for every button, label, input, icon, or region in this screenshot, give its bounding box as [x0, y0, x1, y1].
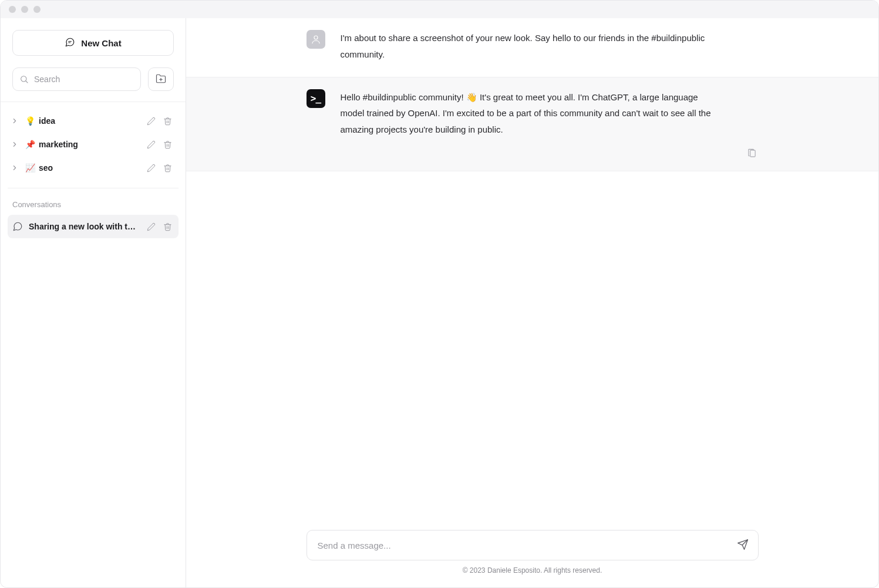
delete-folder-button[interactable]	[161, 138, 174, 151]
edit-conversation-button[interactable]	[144, 220, 157, 233]
chat-thread: I'm about to share a screenshot of your …	[186, 18, 878, 530]
edit-folder-button[interactable]	[144, 161, 157, 174]
composer-area: © 2023 Daniele Esposito. All rights rese…	[186, 530, 878, 587]
delete-folder-button[interactable]	[161, 161, 174, 174]
chat-bubble-icon	[65, 37, 75, 49]
svg-line-3	[26, 81, 28, 83]
bot-avatar: >_	[307, 89, 325, 108]
copy-message-button[interactable]	[746, 147, 759, 160]
send-button[interactable]	[733, 535, 753, 555]
folder-item-seo[interactable]: 📈 seo	[8, 156, 179, 180]
chevron-right-icon	[12, 119, 21, 123]
folder-emoji: 📈	[25, 163, 35, 173]
assistant-message-text: Hello #buildinpublic community! 👋 It's g…	[341, 89, 716, 138]
edit-folder-button[interactable]	[144, 138, 157, 151]
folder-item-marketing[interactable]: 📌 marketing	[8, 133, 179, 156]
folder-item-idea[interactable]: 💡 idea	[8, 109, 179, 133]
chevron-right-icon	[12, 142, 21, 147]
main-panel: I'm about to share a screenshot of your …	[186, 18, 878, 587]
user-avatar	[307, 30, 325, 49]
message-input[interactable]	[307, 530, 759, 560]
delete-folder-button[interactable]	[161, 114, 174, 127]
user-message: I'm about to share a screenshot of your …	[186, 18, 878, 77]
folder-plus-icon	[156, 73, 166, 86]
folder-list: 💡 idea 📌 marketing	[1, 102, 186, 180]
delete-conversation-button[interactable]	[161, 220, 174, 233]
footer-text: © 2023 Daniele Esposito. All rights rese…	[186, 560, 878, 583]
window-minimize-dot[interactable]	[21, 6, 28, 13]
chevron-right-icon	[12, 165, 21, 170]
user-message-text: I'm about to share a screenshot of your …	[341, 30, 716, 63]
conversation-item[interactable]: Sharing a new look with th...	[8, 215, 179, 238]
folder-label: marketing	[39, 140, 141, 149]
svg-point-6	[314, 36, 318, 39]
window-zoom-dot[interactable]	[33, 6, 41, 13]
conversations-heading: Conversations	[1, 188, 186, 215]
chat-bubble-icon	[12, 221, 23, 232]
folder-emoji: 💡	[25, 116, 35, 126]
conversation-title: Sharing a new look with th...	[29, 222, 139, 231]
svg-rect-7	[750, 150, 756, 157]
folder-label: seo	[39, 163, 141, 173]
app-window: New Chat	[0, 0, 879, 588]
new-chat-button[interactable]: New Chat	[12, 30, 174, 56]
edit-folder-button[interactable]	[144, 114, 157, 127]
sidebar: New Chat	[1, 18, 186, 587]
send-icon	[737, 539, 749, 552]
search-field[interactable]	[12, 67, 141, 91]
window-close-dot[interactable]	[9, 6, 16, 13]
svg-point-2	[21, 76, 26, 82]
folder-emoji: 📌	[25, 140, 35, 149]
new-chat-label: New Chat	[81, 38, 121, 48]
new-folder-button[interactable]	[148, 67, 174, 91]
titlebar	[1, 1, 878, 18]
folder-label: idea	[39, 116, 141, 126]
assistant-message: >_ Hello #buildinpublic community! 👋 It'…	[186, 77, 878, 171]
search-input[interactable]	[12, 67, 141, 91]
